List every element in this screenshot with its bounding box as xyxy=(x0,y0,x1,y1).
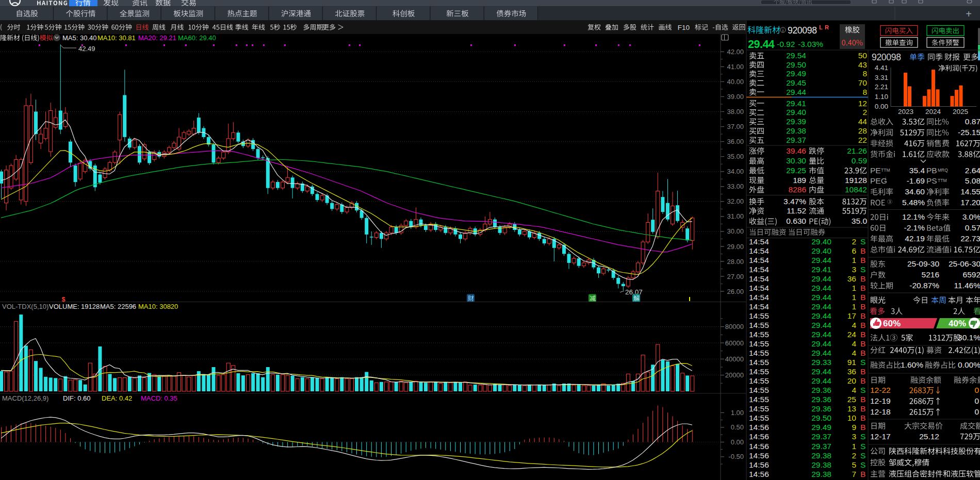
svg-text:2: 2 xyxy=(852,451,856,460)
svg-text:26.00: 26.00 xyxy=(727,288,744,295)
svg-text:36: 36 xyxy=(847,274,856,283)
svg-text:29.39: 29.39 xyxy=(786,117,806,126)
svg-text:29.00: 29.00 xyxy=(727,243,744,251)
svg-text:41.00: 41.00 xyxy=(727,63,744,71)
svg-text:14.55: 14.55 xyxy=(960,187,980,196)
svg-text:S: S xyxy=(860,237,865,246)
svg-text:10: 10 xyxy=(847,413,857,422)
svg-text:MA5: 30.40: MA5: 30.40 xyxy=(62,34,97,42)
svg-text:MACD(12,26,9): MACD(12,26,9) xyxy=(2,394,48,402)
svg-text:29.25: 29.25 xyxy=(786,166,806,175)
svg-text:0: 0 xyxy=(974,396,979,405)
svg-text:14:56: 14:56 xyxy=(749,432,769,441)
svg-text:12-17: 12-17 xyxy=(870,432,891,441)
svg-text:S: S xyxy=(860,386,865,394)
svg-text:50: 50 xyxy=(858,51,868,60)
svg-text:14:55: 14:55 xyxy=(749,413,769,422)
svg-text:-20.87%: -20.87% xyxy=(909,281,939,290)
svg-text:29.40: 29.40 xyxy=(811,246,831,255)
svg-text:B: B xyxy=(860,293,865,302)
svg-text:VOLUME: 19128: VOLUME: 19128 xyxy=(49,303,100,310)
svg-text:14:55: 14:55 xyxy=(749,404,769,413)
svg-text:42.00: 42.00 xyxy=(727,48,744,56)
svg-text:7: 7 xyxy=(852,470,856,478)
svg-text:-2.1%: -2.1% xyxy=(904,223,925,232)
svg-text:14:55: 14:55 xyxy=(749,321,769,329)
svg-text:14:55: 14:55 xyxy=(749,349,769,357)
svg-text:-25.15: -25.15 xyxy=(958,128,980,137)
svg-text:2.64: 2.64 xyxy=(965,166,980,175)
svg-text:12-19: 12-19 xyxy=(870,396,891,405)
svg-text:0.00: 0.00 xyxy=(731,438,744,446)
svg-text:29.40: 29.40 xyxy=(786,108,806,117)
svg-text:32.00: 32.00 xyxy=(727,197,744,205)
svg-text:29.44: 29.44 xyxy=(748,38,775,51)
svg-text:27.00: 27.00 xyxy=(727,273,744,280)
svg-text:1.60%: 1.60% xyxy=(901,360,923,369)
svg-text:17: 17 xyxy=(847,311,856,320)
svg-text:13: 13 xyxy=(847,404,856,413)
svg-text:0: 0 xyxy=(974,386,979,394)
svg-text:29.36: 29.36 xyxy=(811,386,831,394)
svg-text:-0.50: -0.50 xyxy=(728,453,744,460)
svg-text:B: B xyxy=(860,311,865,320)
svg-text:8: 8 xyxy=(862,88,867,96)
svg-text:0: 0 xyxy=(974,407,979,416)
svg-text:29.44: 29.44 xyxy=(786,88,806,96)
svg-text:29.50: 29.50 xyxy=(811,413,831,422)
svg-text:91: 91 xyxy=(847,358,856,367)
svg-text:B: B xyxy=(860,339,865,348)
svg-text:40000: 40000 xyxy=(725,355,744,363)
svg-text:43: 43 xyxy=(858,60,867,69)
svg-text:29.54: 29.54 xyxy=(786,51,806,60)
svg-text:-0.92: -0.92 xyxy=(777,40,795,48)
svg-text:L: L xyxy=(819,24,823,30)
svg-text:MACD: 0.35: MACD: 0.35 xyxy=(141,394,177,402)
svg-text:29.50: 29.50 xyxy=(786,60,806,69)
svg-text:29.44: 29.44 xyxy=(811,339,831,348)
svg-text:25-06-30: 25-06-30 xyxy=(949,259,980,268)
svg-text:B: B xyxy=(860,284,865,292)
svg-text:S: S xyxy=(860,358,865,367)
svg-text:0.00: 0.00 xyxy=(875,103,888,110)
svg-text:40.00: 40.00 xyxy=(727,78,744,86)
svg-text:5.48%: 5.48% xyxy=(902,198,925,207)
svg-text:29.36: 29.36 xyxy=(811,404,831,413)
svg-text:28.00: 28.00 xyxy=(727,258,744,266)
svg-text:29.37: 29.37 xyxy=(811,432,831,441)
svg-text:29.37: 29.37 xyxy=(786,136,806,144)
svg-text:29.33: 29.33 xyxy=(811,358,831,367)
svg-text:36: 36 xyxy=(847,367,856,376)
svg-text:25.12: 25.12 xyxy=(919,432,939,441)
svg-text:-3.03%: -3.03% xyxy=(798,40,823,48)
svg-text:0.87: 0.87 xyxy=(965,117,980,126)
svg-text:14:55: 14:55 xyxy=(749,330,769,339)
svg-text:11.46%: 11.46% xyxy=(954,281,980,290)
svg-text:1: 1 xyxy=(852,302,856,311)
svg-text:42.19: 42.19 xyxy=(905,234,925,243)
svg-text:3.31: 3.31 xyxy=(875,74,888,81)
svg-text:14:56: 14:56 xyxy=(749,451,769,460)
svg-text:6592: 6592 xyxy=(963,270,980,279)
svg-text:42.49: 42.49 xyxy=(78,45,95,53)
svg-text:80000: 80000 xyxy=(725,323,744,330)
svg-text:14:55: 14:55 xyxy=(749,339,769,348)
svg-text:B: B xyxy=(860,470,865,478)
svg-text:60000: 60000 xyxy=(725,339,744,347)
svg-text:29.36: 29.36 xyxy=(811,395,831,404)
svg-text:12: 12 xyxy=(858,99,867,108)
svg-text:1.00: 1.00 xyxy=(731,409,744,417)
svg-text:0.630: 0.630 xyxy=(786,217,806,225)
svg-text:25: 25 xyxy=(847,395,856,404)
svg-text:8286: 8286 xyxy=(789,185,806,194)
svg-text:20000: 20000 xyxy=(725,371,744,379)
svg-text:B: B xyxy=(860,321,865,329)
svg-text:14:55: 14:55 xyxy=(749,358,769,367)
svg-text:MA20: 29.21: MA20: 29.21 xyxy=(138,34,176,42)
svg-text:B: B xyxy=(860,256,865,264)
svg-text:70: 70 xyxy=(858,78,868,87)
svg-text:8: 8 xyxy=(862,69,867,78)
svg-text:29.44: 29.44 xyxy=(811,256,831,264)
svg-text:S: S xyxy=(860,265,865,274)
svg-text:9: 9 xyxy=(852,423,856,432)
